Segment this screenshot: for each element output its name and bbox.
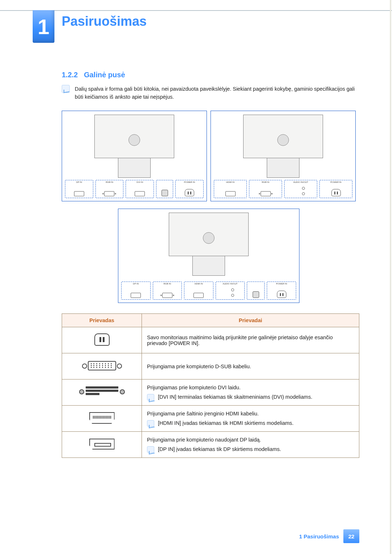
monitor-stand (118, 158, 151, 178)
port-note-text: [DP IN] įvadas tiekiamas tik DP skirtiem… (158, 446, 281, 453)
port-desc: Prijungiama prie šaltinio įrenginio HDMI… (147, 411, 354, 416)
port-button (247, 282, 265, 300)
note-icon (62, 85, 70, 93)
table-header-row: Prievadas Prievadai (62, 314, 359, 327)
port-label: RGB IN (96, 181, 123, 183)
hdmi-port-icon (193, 293, 204, 298)
port-strip-3: DP IN RGB IN HDMI IN AUDIO IN/OUT POWER … (121, 282, 296, 300)
dvi-connector-icon (86, 386, 118, 398)
port-power-in: POWER IN (319, 180, 352, 198)
port-icon-cell (62, 379, 142, 406)
monitor-diagram-1: DP IN RGB IN DVI IN POWER IN (62, 111, 207, 201)
port-hdmi-in: HDMI IN (214, 180, 247, 198)
section-heading: 1.2.2 Galinė pusė (62, 71, 125, 79)
page-number: 22 (343, 529, 359, 543)
dvi-port-icon (135, 191, 145, 196)
port-desc: Prijungiama prie kompiuterio D-SUB kabel… (147, 364, 354, 369)
hdmi-connector-icon (89, 412, 115, 424)
port-power-in: POWER IN (175, 180, 204, 198)
port-desc: Prijungiama prie kompiuterio naudojant D… (147, 437, 354, 443)
table-row: Prijungiama prie kompiuterio D-SUB kabel… (62, 353, 359, 379)
port-strip-2: HDMI IN RGB IN AUDIO IN/OUT POWER IN (214, 180, 352, 198)
table-header-left: Prievadas (62, 314, 142, 327)
port-audio-inout: AUDIO IN/OUT (216, 282, 245, 300)
port-dvi-in: DVI IN (126, 180, 154, 198)
monitor-diagram-2: HDMI IN RGB IN AUDIO IN/OUT POWER IN (211, 111, 356, 201)
power-port-icon (331, 189, 341, 196)
vga-connector-icon (88, 361, 116, 370)
note-icon (147, 446, 154, 453)
monitor-pivot (128, 134, 140, 146)
port-desc-cell: Prijungiama prie šaltinio įrenginio HDMI… (142, 406, 359, 432)
button-icon (253, 291, 259, 298)
table-row: Prijungiamas prie kompiuterio DVI laidu.… (62, 379, 359, 406)
port-desc: Savo monitoriaus maitinimo laidą prijunk… (147, 335, 354, 346)
port-audio-inout: AUDIO IN/OUT (284, 180, 317, 198)
section-title: Galinė pusė (84, 71, 125, 79)
power-port-icon (277, 291, 286, 298)
port-label: RGB IN (249, 181, 282, 183)
port-note: [DVI IN] terminalas tiekiamas tik skaitm… (147, 394, 354, 401)
port-desc: Prijungiamas prie kompiuterio DVI laidu. (147, 385, 354, 390)
table-row: Prijungiama prie šaltinio įrenginio HDMI… (62, 406, 359, 432)
port-label: POWER IN (320, 181, 352, 183)
port-button (156, 180, 173, 198)
port-icon-cell (62, 327, 142, 353)
intro-note-text: Dalių spalva ir forma gali būti kitokia,… (75, 85, 359, 101)
button-icon (162, 190, 168, 196)
monitor-pivot (277, 134, 289, 146)
port-note: [DP IN] įvadas tiekiamas tik DP skirtiem… (147, 446, 354, 453)
monitor-stand (192, 256, 225, 276)
vga-port-icon (104, 191, 114, 196)
note-icon (147, 420, 154, 427)
table-header-right: Prievadai (142, 314, 359, 327)
dp-port-icon (74, 191, 84, 196)
port-icon-cell (62, 353, 142, 379)
port-power-in: POWER IN (267, 282, 296, 300)
port-strip-1: DP IN RGB IN DVI IN POWER IN (65, 180, 204, 198)
power-connector-icon (94, 333, 110, 346)
port-desc-cell: Prijungiama prie kompiuterio naudojant D… (142, 432, 359, 458)
dp-port-icon (131, 293, 141, 298)
page-right-edge (390, 0, 391, 554)
vga-port-icon (261, 191, 271, 196)
monitor-stand (267, 158, 299, 178)
port-desc-cell: Prijungiama prie kompiuterio D-SUB kabel… (142, 353, 359, 379)
port-dp-in: DP IN (65, 180, 93, 198)
monitor-pivot (203, 232, 215, 244)
port-dp-in: DP IN (121, 282, 151, 300)
chapter-number-tab: 1 (33, 10, 54, 43)
port-desc-cell: Savo monitoriaus maitinimo laidą prijunk… (142, 327, 359, 353)
port-note: [HDMI IN] įvadas tiekiamas tik HDMI skir… (147, 420, 354, 427)
port-note-text: [HDMI IN] įvadas tiekiamas tik HDMI skir… (158, 420, 294, 427)
port-table: Prievadas Prievadai Savo monitoriaus mai… (62, 313, 359, 458)
intro-note-row: Dalių spalva ir forma gali būti kitokia,… (62, 85, 359, 101)
audio-port-icon (297, 185, 305, 196)
port-hdmi-in: HDMI IN (184, 282, 213, 300)
port-label: RGB IN (153, 283, 182, 285)
port-note-text: [DVI IN] terminalas tiekiamas tik skaitm… (158, 394, 312, 401)
top-rule (0, 10, 392, 11)
monitor-diagram-3: DP IN RGB IN HDMI IN AUDIO IN/OUT POWER … (118, 209, 299, 303)
port-label: DP IN (122, 283, 150, 285)
port-icon-cell (62, 432, 142, 458)
port-label: POWER IN (176, 181, 203, 183)
port-icon-cell (62, 406, 142, 432)
footer-label: 1 Pasiruošimas (299, 533, 343, 539)
note-icon (147, 394, 154, 401)
port-label: DVI IN (126, 181, 154, 183)
table-row: Savo monitoriaus maitinimo laidą prijunk… (62, 327, 359, 353)
dp-connector-icon (89, 439, 115, 450)
power-port-icon (185, 189, 194, 196)
port-rgb-in: RGB IN (249, 180, 282, 198)
chapter-title: Pasiruošimas (62, 14, 147, 29)
table-row: Prijungiama prie kompiuterio naudojant D… (62, 432, 359, 458)
port-label: AUDIO IN/OUT (285, 181, 317, 183)
page-footer: 1 Pasiruošimas 22 (299, 529, 359, 543)
port-rgb-in: RGB IN (95, 180, 124, 198)
port-label: POWER IN (267, 283, 296, 285)
section-number: 1.2.2 (62, 71, 78, 79)
port-label: DP IN (65, 181, 93, 183)
port-desc-cell: Prijungiamas prie kompiuterio DVI laidu.… (142, 379, 359, 406)
port-rgb-in: RGB IN (153, 282, 182, 300)
